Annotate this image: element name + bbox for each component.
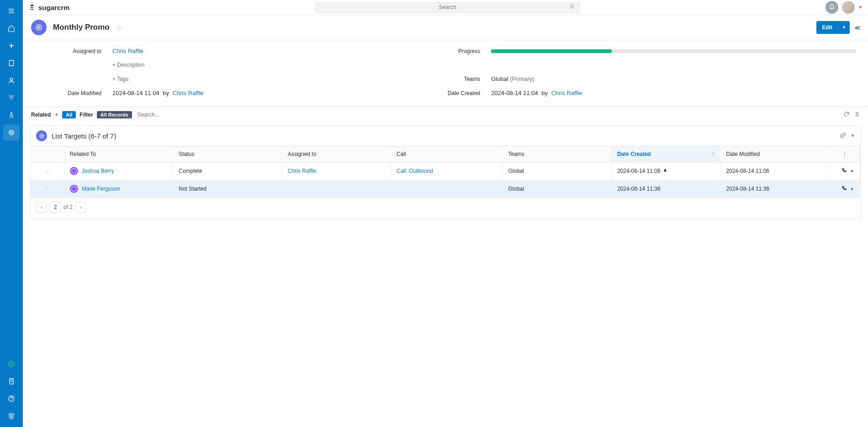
- date-modified-cell: 2024-08-14 11:36: [720, 180, 829, 198]
- teams-cell: Global: [503, 162, 611, 180]
- row-star-icon[interactable]: ☆: [44, 186, 50, 192]
- link-icon[interactable]: [840, 132, 846, 140]
- add-tags-link[interactable]: + Tags: [112, 76, 128, 82]
- assigned-to-link[interactable]: Chris Raffle: [288, 168, 316, 174]
- table-row[interactable]: ☆ Joshua Berry Complete Chris Raffle Cal…: [31, 162, 860, 180]
- teams-label: Teams: [445, 76, 491, 82]
- column-menu-icon[interactable]: ⋮: [829, 146, 860, 162]
- date-modified-value: 2024-08-14 11:04 by Chris Raffle: [112, 90, 203, 96]
- edit-dropdown-icon[interactable]: ▼: [838, 25, 850, 30]
- date-created-cell: 2024-08-14 11:36: [611, 180, 720, 198]
- user-menu-chevron[interactable]: ▼: [858, 5, 863, 10]
- notifications-icon[interactable]: [826, 1, 838, 14]
- progress-label: Progress: [445, 48, 491, 54]
- filter-all-records-pill[interactable]: All Records: [97, 111, 132, 118]
- stack-icon[interactable]: [3, 408, 20, 424]
- brand-logo: sugarcrm: [28, 4, 69, 11]
- global-search[interactable]: [315, 2, 580, 13]
- related-filter-bar: Related ▼ All Filter All Records: [23, 107, 868, 123]
- svg-point-32: [40, 134, 44, 138]
- modified-by-link[interactable]: Chris Raffle: [173, 90, 204, 96]
- building-icon[interactable]: [3, 55, 20, 71]
- sidebar: [0, 0, 23, 427]
- search-icon: [570, 4, 575, 11]
- user-avatar[interactable]: [842, 1, 855, 14]
- filter-search-input[interactable]: [136, 110, 840, 120]
- teams-cell: Global: [503, 180, 611, 198]
- filter-all-pill[interactable]: All: [62, 111, 76, 118]
- panel-icon: [36, 130, 47, 141]
- list-targets-table: Related To Status Assigned to Call Teams…: [31, 146, 860, 198]
- date-modified-cell: 2024-08-14 11:06: [720, 162, 829, 180]
- add-description-link[interactable]: + Description: [112, 62, 144, 68]
- related-label[interactable]: Related: [31, 112, 51, 118]
- help-icon[interactable]: [3, 390, 20, 407]
- col-call[interactable]: Call: [391, 146, 503, 162]
- col-assigned-to[interactable]: Assigned to: [282, 146, 391, 162]
- svg-point-16: [9, 361, 14, 367]
- svg-point-25: [38, 27, 40, 29]
- next-page-button[interactable]: ›: [75, 202, 86, 213]
- col-teams[interactable]: Teams: [503, 146, 611, 162]
- svg-rect-5: [9, 60, 13, 66]
- panel-chevron-icon[interactable]: ▼: [851, 133, 855, 138]
- date-modified-label: Date Modified: [35, 90, 112, 96]
- plus-icon[interactable]: [3, 37, 20, 54]
- list-view-icon[interactable]: [853, 111, 860, 119]
- person-avatar-icon: [70, 185, 78, 193]
- date-created-value: 2024-08-14 11:04 by Chris Raffle: [491, 90, 582, 96]
- svg-point-15: [11, 132, 12, 133]
- record-header: Monthly Promo ☆ Edit ▼ ≪: [23, 15, 868, 40]
- row-menu-chevron[interactable]: ▼: [850, 169, 854, 174]
- refresh-icon[interactable]: [843, 111, 850, 119]
- teams-value: Global (Primary): [491, 75, 535, 82]
- progress-bar: [491, 49, 856, 53]
- edit-button-label: Edit: [816, 24, 838, 31]
- related-to-link[interactable]: Marie Ferguson: [82, 186, 120, 192]
- filter-icon[interactable]: [3, 90, 20, 106]
- status-cell: Not Started: [173, 180, 282, 198]
- status-icon[interactable]: [3, 356, 20, 372]
- collapse-panel-icon[interactable]: ≪: [852, 24, 861, 31]
- date-created-label: Date Created: [445, 90, 491, 96]
- targets-icon[interactable]: [3, 124, 20, 141]
- menu-icon[interactable]: [3, 3, 20, 19]
- brand-text: sugarcrm: [38, 4, 69, 11]
- person-avatar-icon: [70, 167, 78, 175]
- row-menu-chevron[interactable]: ▼: [850, 187, 854, 192]
- prev-page-button[interactable]: ‹: [36, 202, 47, 213]
- related-chevron-icon[interactable]: ▼: [54, 112, 58, 117]
- call-link[interactable]: Call: Outbound: [397, 168, 433, 174]
- col-date-created[interactable]: Date Created↑: [611, 146, 720, 162]
- assigned-to-label: Assigned to: [35, 48, 112, 54]
- svg-point-24: [36, 25, 42, 30]
- svg-point-10: [10, 78, 12, 80]
- row-star-icon[interactable]: ☆: [44, 168, 50, 175]
- record-type-icon: [31, 20, 47, 35]
- progress-fill: [491, 49, 612, 53]
- filter-label: Filter: [79, 112, 93, 118]
- table-row[interactable]: ☆ Marie Ferguson Not Started Global 2024…: [31, 180, 860, 198]
- col-date-modified[interactable]: Date Modified: [720, 146, 829, 162]
- document-icon[interactable]: [3, 373, 20, 390]
- leads-icon[interactable]: [3, 107, 20, 123]
- phone-icon[interactable]: [841, 167, 847, 175]
- assigned-to-value[interactable]: Chris Raffle: [112, 48, 143, 54]
- search-input[interactable]: [320, 4, 575, 11]
- pagination: ‹ 2 of 2 ›: [31, 198, 860, 216]
- status-cell: Complete: [173, 162, 282, 180]
- current-page: 2: [50, 202, 61, 213]
- phone-icon[interactable]: [841, 185, 847, 192]
- favorite-star-icon[interactable]: ☆: [116, 23, 122, 32]
- sort-asc-icon: ↑: [712, 151, 715, 157]
- svg-point-14: [9, 130, 14, 135]
- related-to-link[interactable]: Joshua Berry: [82, 168, 114, 174]
- home-icon[interactable]: [3, 20, 20, 37]
- col-status[interactable]: Status: [173, 146, 282, 162]
- date-created-cell: 2024-08-14 11:06: [611, 162, 720, 180]
- col-related-to[interactable]: Related To: [64, 146, 173, 162]
- edit-button[interactable]: Edit ▼: [816, 21, 850, 34]
- svg-point-22: [570, 5, 573, 8]
- contacts-icon[interactable]: [3, 72, 20, 89]
- created-by-link[interactable]: Chris Raffle: [551, 90, 582, 96]
